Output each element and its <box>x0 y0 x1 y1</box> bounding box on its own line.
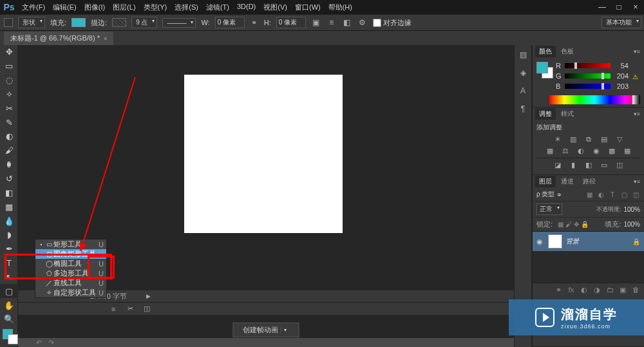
gamut-warning-icon[interactable]: ⚠ <box>632 73 640 81</box>
document-tab[interactable]: 未标题-1 @ 66.7%(RGB/8) * × <box>4 32 113 45</box>
fill-opacity-value[interactable]: 100% <box>623 221 640 228</box>
crop-tool[interactable]: ✂ <box>0 101 18 115</box>
levels-icon[interactable]: ▥ <box>568 135 578 144</box>
layer-name[interactable]: 背景 <box>566 237 629 246</box>
menu-edit[interactable]: 编辑(E) <box>49 1 80 14</box>
gear-icon[interactable]: ⚙ <box>357 17 368 28</box>
color-panel-menu-icon[interactable]: ▾≡ <box>630 48 644 55</box>
layer-row[interactable]: ◉ 背景 🔒 <box>533 232 644 251</box>
menu-layer[interactable]: 图层(L) <box>109 1 139 14</box>
paragraph-panel-icon[interactable]: ¶ <box>517 103 529 115</box>
character-panel-icon[interactable]: A <box>517 85 529 97</box>
lasso-tool[interactable]: ◌ <box>0 73 18 88</box>
layer-thumbnail[interactable] <box>548 234 562 249</box>
flyout-line[interactable]: ／直线工具U <box>35 278 106 288</box>
swatches-tab[interactable]: 色板 <box>557 46 578 57</box>
brush-tool[interactable]: 🖌 <box>0 144 18 158</box>
layer-lock-icon[interactable]: 🔒 <box>632 238 641 245</box>
window-close[interactable]: × <box>627 0 644 14</box>
footer-redo-icon[interactable]: ↷ <box>48 339 54 347</box>
spot-heal-tool[interactable]: ◐ <box>0 129 18 144</box>
paths-tab[interactable]: 路径 <box>579 176 600 187</box>
menu-window[interactable]: 窗口(W) <box>291 1 325 14</box>
pen-tool[interactable]: ✒ <box>0 242 18 256</box>
timeline-cut-icon[interactable]: ✂ <box>125 304 135 314</box>
color-balance-icon[interactable]: ⚖ <box>560 146 571 155</box>
path-select-tool[interactable]: ↖ <box>0 270 18 285</box>
b-slider[interactable] <box>565 84 611 89</box>
b-value[interactable]: 203 <box>613 82 629 90</box>
path-ops-icon[interactable]: ▣ <box>311 17 321 28</box>
window-maximize[interactable]: □ <box>611 0 627 14</box>
posterize-icon[interactable]: ▮ <box>568 160 578 169</box>
hand-tool[interactable]: ✋ <box>0 298 18 312</box>
menu-file[interactable]: 文件(F) <box>18 1 49 14</box>
layer-mask-icon[interactable]: ◐ <box>580 285 589 294</box>
workspace-switcher[interactable]: 基本功能 <box>601 17 641 28</box>
width-field[interactable]: 0 像素 <box>215 17 245 28</box>
flyout-ellipse[interactable]: ◯椭圆工具U <box>35 259 106 268</box>
history-brush-tool[interactable]: ↺ <box>0 172 18 186</box>
timeline-options-icon[interactable]: ≡ <box>108 304 118 314</box>
delete-layer-icon[interactable]: 🗑 <box>631 285 640 294</box>
filter-pixel-icon[interactable]: ▦ <box>585 190 594 199</box>
blur-tool[interactable]: 💧 <box>0 214 18 228</box>
tool-preset-icon[interactable] <box>4 18 13 27</box>
menu-help[interactable]: 帮助(H) <box>325 1 356 14</box>
channel-mixer-icon[interactable]: ▩ <box>607 146 617 155</box>
eraser-tool[interactable]: ◧ <box>0 185 18 200</box>
timeline-clip-icon[interactable]: ◫ <box>142 304 152 314</box>
layer-kind[interactable]: ρ 类型 <box>536 190 554 199</box>
status-arrow-icon[interactable]: ▶ <box>146 293 151 299</box>
layer-visibility-icon[interactable]: ◉ <box>535 238 544 246</box>
lock-move-icon[interactable]: ✥ <box>574 221 579 228</box>
fill-swatch[interactable] <box>71 18 86 27</box>
align-icon[interactable]: ≡ <box>327 17 337 28</box>
link-layers-icon[interactable]: ⚭ <box>554 285 563 294</box>
menu-select[interactable]: 选择(S) <box>171 1 202 14</box>
lock-all-icon[interactable]: 🔒 <box>581 221 589 228</box>
dodge-tool[interactable]: ◗ <box>0 228 18 242</box>
height-field[interactable]: 0 像素 <box>276 17 306 28</box>
window-minimize[interactable]: — <box>594 0 611 14</box>
threshold-icon[interactable]: ◧ <box>583 160 594 169</box>
properties-panel-icon[interactable]: ◈ <box>517 67 529 79</box>
hue-icon[interactable]: ▦ <box>545 146 555 155</box>
type-tool[interactable]: T <box>0 256 18 270</box>
create-frame-animation-button[interactable]: 创建帧动画▾ <box>233 323 299 337</box>
color-tab[interactable]: 颜色 <box>535 46 556 57</box>
curves-icon[interactable]: ⧉ <box>583 135 594 144</box>
filter-shape-icon[interactable]: ▢ <box>620 190 629 199</box>
adjustments-tab[interactable]: 调整 <box>535 108 556 120</box>
flyout-rectangle[interactable]: •▭矩形工具U <box>35 239 106 249</box>
footer-undo-icon[interactable]: ↶ <box>36 339 42 347</box>
invert-icon[interactable]: ◪ <box>553 160 563 169</box>
layer-fx-icon[interactable]: fx <box>567 285 576 294</box>
lock-paint-icon[interactable]: 🖌 <box>565 221 572 228</box>
filter-smart-icon[interactable]: ◫ <box>631 190 640 199</box>
channels-tab[interactable]: 通道 <box>557 176 578 187</box>
photo-filter-icon[interactable]: ◉ <box>591 146 601 155</box>
eyedropper-tool[interactable]: ✎ <box>0 115 18 129</box>
filter-type-icon[interactable]: T <box>608 190 617 199</box>
menu-image[interactable]: 图像(I) <box>80 1 109 14</box>
styles-tab[interactable]: 样式 <box>557 108 578 120</box>
r-slider[interactable] <box>565 63 611 68</box>
stroke-dash[interactable]: ——— <box>162 18 196 28</box>
menu-filter[interactable]: 滤镜(T) <box>202 1 233 14</box>
g-slider[interactable] <box>565 73 611 79</box>
menu-view[interactable]: 视图(V) <box>260 1 291 14</box>
bw-icon[interactable]: ◐ <box>576 146 586 155</box>
layers-panel-menu-icon[interactable]: ▾≡ <box>630 178 644 185</box>
flyout-polygon[interactable]: ⬠多边形工具U <box>35 268 106 278</box>
zoom-tool[interactable]: 🔍 <box>0 312 18 326</box>
menu-3d[interactable]: 3D(D) <box>233 1 260 14</box>
stroke-swatch[interactable] <box>112 18 126 27</box>
new-layer-icon[interactable]: ▣ <box>618 285 627 294</box>
background-color[interactable] <box>8 334 18 344</box>
lock-transparent-icon[interactable]: ▦ <box>558 221 564 228</box>
filter-adjust-icon[interactable]: ◐ <box>596 190 605 199</box>
exposure-icon[interactable]: ▤ <box>599 135 609 144</box>
canvas[interactable] <box>184 75 343 233</box>
shape-tool[interactable]: ▢ <box>0 284 18 298</box>
